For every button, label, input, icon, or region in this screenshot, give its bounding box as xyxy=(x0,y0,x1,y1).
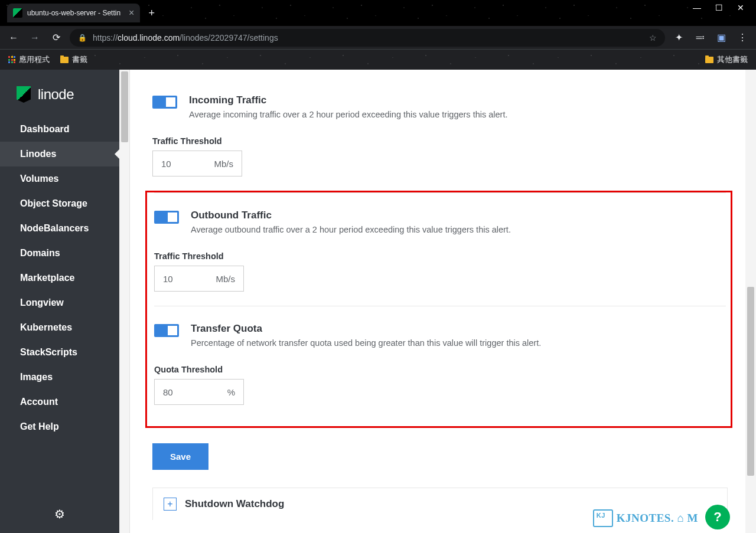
lock-icon: 🔒 xyxy=(78,34,87,42)
linode-logo-icon xyxy=(17,86,31,103)
sidebar-item-images[interactable]: Images xyxy=(0,365,119,390)
logo[interactable]: linode xyxy=(0,70,119,117)
help-icon: ? xyxy=(713,509,721,525)
bookmark-folder[interactable]: 書籤 xyxy=(60,54,87,65)
sidebar-nav: Dashboard Linodes Volumes Object Storage… xyxy=(0,117,119,495)
bookmarks-bar: 應用程式 書籤 其他書籤 xyxy=(0,50,756,70)
outbound-threshold-input[interactable]: 10 Mb/s xyxy=(154,266,244,292)
help-fab[interactable]: ? xyxy=(705,505,730,529)
apps-grid-icon xyxy=(8,56,15,63)
close-button[interactable]: ✕ xyxy=(737,3,744,12)
extensions-icon[interactable]: ✦ xyxy=(671,32,686,43)
tab-close-icon[interactable]: × xyxy=(129,8,134,18)
sidebar-item-nodebalancers[interactable]: NodeBalancers xyxy=(0,216,119,241)
outbound-traffic-desc: Average outbound traffic over a 2 hour p… xyxy=(191,224,511,236)
save-button[interactable]: Save xyxy=(152,443,208,470)
back-button[interactable]: ← xyxy=(6,32,21,43)
sidebar-footer: ⚙ xyxy=(0,495,119,533)
sidebar-item-stackscripts[interactable]: StackScripts xyxy=(0,340,119,365)
outbound-threshold-label: Traffic Threshold xyxy=(154,251,726,261)
sidebar-item-get-help[interactable]: Get Help xyxy=(0,414,119,439)
incoming-traffic-title: Incoming Traffic xyxy=(189,94,507,106)
brand-text: linode xyxy=(38,86,74,103)
transfer-quota-title: Transfer Quota xyxy=(191,323,541,335)
other-bookmarks[interactable]: 其他書籤 xyxy=(705,54,748,65)
reload-button[interactable]: ⟳ xyxy=(48,32,64,43)
plus-icon: + xyxy=(164,498,177,511)
maximize-button[interactable]: ☐ xyxy=(715,3,723,12)
sidebar-item-longview[interactable]: Longview xyxy=(0,290,119,315)
incoming-threshold-label: Traffic Threshold xyxy=(152,136,728,146)
url-field[interactable]: 🔒 https://cloud.linode.com/linodes/22029… xyxy=(70,29,665,47)
sidebar-item-domains[interactable]: Domains xyxy=(0,241,119,266)
incoming-traffic-section: Incoming Traffic Average incoming traffi… xyxy=(152,84,728,191)
watermark: KJNOTES. ⌂ M xyxy=(593,509,698,527)
sidebar-item-volumes[interactable]: Volumes xyxy=(0,166,119,191)
sidebar-item-marketplace[interactable]: Marketplace xyxy=(0,266,119,290)
transfer-quota-section: Transfer Quota Percentage of network tra… xyxy=(154,306,726,419)
forward-button[interactable]: → xyxy=(27,32,43,43)
sidebar-item-kubernetes[interactable]: Kubernetes xyxy=(0,315,119,340)
sidebar-item-linodes[interactable]: Linodes xyxy=(0,142,119,166)
tab-title: ubuntu-os-web-server - Settin xyxy=(27,9,120,17)
outbound-traffic-section: Outbound Traffic Average outbound traffi… xyxy=(154,192,726,306)
bookmark-label: 書籤 xyxy=(72,54,87,65)
inner-scrollbar[interactable] xyxy=(119,70,130,533)
page-scrollbar[interactable] xyxy=(745,70,756,533)
sidebar-item-dashboard[interactable]: Dashboard xyxy=(0,117,119,142)
gear-icon[interactable]: ⚙ xyxy=(54,508,65,521)
highlighted-region: Outbound Traffic Average outbound traffi… xyxy=(145,191,732,428)
apps-shortcut[interactable]: 應用程式 xyxy=(8,54,50,65)
browser-address-bar: ← → ⟳ 🔒 https://cloud.linode.com/linodes… xyxy=(0,26,756,50)
transfer-quota-toggle[interactable] xyxy=(154,324,179,337)
outbound-traffic-title: Outbound Traffic xyxy=(191,210,511,221)
apps-label: 應用程式 xyxy=(19,54,50,65)
url-text: https://cloud.linode.com/linodes/2202974… xyxy=(93,33,278,42)
app-container: linode Dashboard Linodes Volumes Object … xyxy=(0,70,756,533)
page-scrollbar-thumb[interactable] xyxy=(747,287,754,476)
sidebar-item-object-storage[interactable]: Object Storage xyxy=(0,191,119,216)
window-controls: — ☐ ✕ xyxy=(693,0,756,15)
incoming-traffic-desc: Average incoming traffic over a 2 hour p… xyxy=(189,109,507,121)
quota-threshold-input[interactable]: 80 % xyxy=(154,379,244,405)
folder-icon xyxy=(705,57,713,63)
watermark-icon xyxy=(593,509,613,527)
quota-threshold-label: Quota Threshold xyxy=(154,365,726,374)
transfer-quota-desc: Percentage of network transfer quota use… xyxy=(191,337,541,349)
playlist-icon[interactable]: ≕ xyxy=(692,32,708,43)
bookmark-star-icon[interactable]: ☆ xyxy=(649,33,657,42)
browser-tab[interactable]: ubuntu-os-web-server - Settin × xyxy=(7,4,140,22)
extension-badge-icon[interactable]: ▣ xyxy=(713,32,729,43)
menu-icon[interactable]: ⋮ xyxy=(735,32,750,43)
linode-favicon xyxy=(13,8,22,18)
new-tab-button[interactable]: + xyxy=(148,7,155,19)
sidebar-item-account[interactable]: Account xyxy=(0,390,119,414)
other-bookmarks-label: 其他書籤 xyxy=(717,54,748,65)
outbound-traffic-toggle[interactable] xyxy=(154,211,179,224)
scrollbar-thumb[interactable] xyxy=(121,71,128,142)
sidebar: linode Dashboard Linodes Volumes Object … xyxy=(0,70,119,533)
content-area: Incoming Traffic Average incoming traffi… xyxy=(130,70,745,533)
accordion-title: Shutdown Watchdog xyxy=(185,498,284,510)
folder-icon xyxy=(60,57,69,63)
browser-tab-bar: ubuntu-os-web-server - Settin × + xyxy=(0,0,756,26)
watermark-text: KJNOTES. ⌂ M xyxy=(617,512,698,525)
minimize-button[interactable]: — xyxy=(693,3,701,12)
incoming-threshold-input[interactable]: 10 Mb/s xyxy=(152,151,242,176)
incoming-traffic-toggle[interactable] xyxy=(152,96,177,109)
